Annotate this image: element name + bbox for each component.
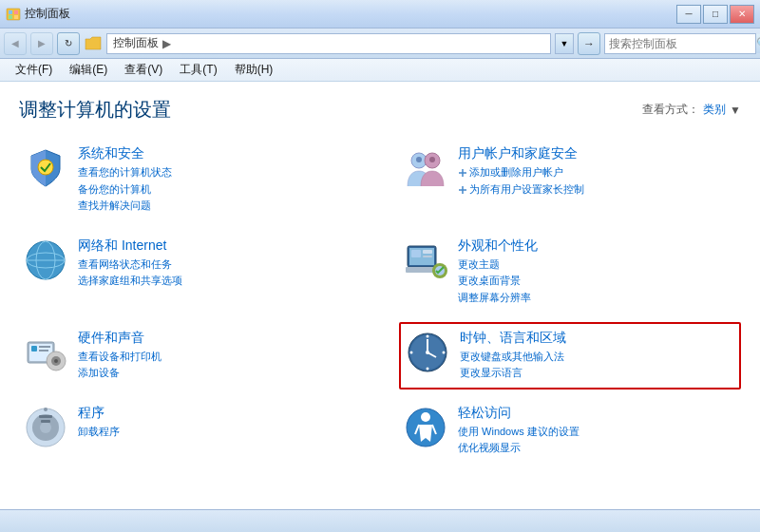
user-accounts-links: 添加或删除用户帐户 为所有用户设置家长控制 — [458, 164, 737, 198]
status-bar — [0, 509, 760, 532]
folder-icon — [84, 34, 103, 53]
svg-rect-4 — [14, 15, 18, 19]
section-accessibility: 轻松访问 使用 Windows 建议的设置 优化视频显示 — [399, 397, 741, 465]
go-button[interactable]: → — [578, 32, 600, 55]
svg-point-8 — [416, 157, 422, 162]
appearance-links: 更改主题 更改桌面背景 调整屏幕分辨率 — [458, 256, 737, 307]
page-header: 调整计算机的设置 查看方式： 类别 ▼ — [19, 97, 741, 123]
minimize-button[interactable]: ─ — [676, 5, 701, 24]
link-keyboard-input[interactable]: 更改键盘或其他输入法 — [460, 349, 735, 366]
link-uninstall[interactable]: 卸载程序 — [78, 424, 357, 441]
network-title[interactable]: 网络和 Internet — [78, 238, 357, 255]
system-security-icon — [23, 145, 68, 191]
items-grid: 系统和安全 查看您的计算机状态 备份您的计算机 查找并解决问题 — [19, 138, 741, 465]
link-backup[interactable]: 备份您的计算机 — [78, 181, 357, 199]
svg-point-42 — [44, 408, 48, 411]
svg-rect-28 — [39, 346, 50, 348]
title-bar-text: 控制面板 — [25, 6, 70, 22]
section-programs: 程序 卸载程序 — [19, 397, 361, 465]
network-links: 查看网络状态和任务 选择家庭组和共享选项 — [78, 256, 357, 290]
title-bar-left: 控制面板 — [6, 6, 70, 22]
forward-button[interactable]: ▶ — [30, 32, 53, 55]
view-mode-link[interactable]: 类别 — [703, 102, 726, 118]
link-change-theme[interactable]: 更改主题 — [458, 256, 737, 274]
user-accounts-title[interactable]: 用户帐户和家庭安全 — [458, 145, 737, 162]
hardware-links: 查看设备和打印机 添加设备 — [78, 349, 357, 382]
back-button[interactable]: ◀ — [4, 32, 27, 55]
menu-file[interactable]: 文件(F) — [8, 60, 60, 80]
hardware-icon — [23, 330, 68, 375]
page-title: 调整计算机的设置 — [19, 97, 171, 123]
search-input[interactable] — [605, 37, 755, 50]
close-button[interactable]: ✕ — [730, 5, 754, 24]
section-network: 网络和 Internet 查看网络状态和任务 选择家庭组和共享选项 — [19, 230, 361, 314]
address-path[interactable]: 控制面板 ▶ — [106, 33, 551, 54]
link-add-device[interactable]: 添加设备 — [78, 365, 357, 382]
menu-tools[interactable]: 工具(T) — [172, 60, 224, 80]
clock-language-links: 更改键盘或其他输入法 更改显示语言 — [460, 349, 735, 382]
svg-point-37 — [410, 351, 413, 353]
section-appearance: 外观和个性化 更改主题 更改桌面背景 调整屏幕分辨率 — [399, 230, 741, 314]
svg-rect-43 — [39, 415, 52, 418]
appearance-title[interactable]: 外观和个性化 — [458, 238, 737, 255]
title-bar-controls: ─ □ ✕ — [676, 5, 754, 24]
hardware-text: 硬件和声音 查看设备和打印机 添加设备 — [78, 330, 357, 382]
link-check-status[interactable]: 查看您的计算机状态 — [78, 164, 357, 181]
appearance-icon — [403, 238, 448, 283]
svg-rect-16 — [411, 250, 421, 257]
programs-icon — [23, 405, 68, 450]
address-dropdown-button[interactable]: ▼ — [555, 33, 574, 54]
search-button[interactable]: 🔍 — [755, 34, 760, 53]
network-text: 网络和 Internet 查看网络状态和任务 选择家庭组和共享选项 — [78, 238, 357, 290]
clock-language-text: 时钟、语言和区域 更改键盘或其他输入法 更改显示语言 — [460, 330, 735, 382]
system-security-links: 查看您的计算机状态 备份您的计算机 查找并解决问题 — [78, 164, 357, 215]
link-troubleshoot[interactable]: 查找并解决问题 — [78, 198, 357, 215]
menu-view[interactable]: 查看(V) — [117, 60, 170, 80]
link-optimize-video[interactable]: 优化视频显示 — [458, 440, 737, 457]
link-network-status[interactable]: 查看网络状态和任务 — [78, 256, 357, 274]
system-security-title[interactable]: 系统和安全 — [78, 145, 357, 162]
refresh-button[interactable]: ↻ — [57, 32, 80, 55]
svg-rect-3 — [9, 15, 12, 19]
accessibility-title[interactable]: 轻松访问 — [458, 405, 737, 422]
svg-rect-1 — [9, 10, 12, 14]
link-homegroup[interactable]: 选择家庭组和共享选项 — [78, 273, 357, 290]
svg-point-46 — [421, 412, 430, 422]
hardware-title[interactable]: 硬件和声音 — [78, 330, 357, 347]
appearance-text: 外观和个性化 更改主题 更改桌面背景 调整屏幕分辨率 — [458, 238, 737, 307]
svg-point-5 — [38, 160, 53, 175]
link-windows-recommend[interactable]: 使用 Windows 建议的设置 — [458, 424, 737, 441]
user-accounts-icon — [403, 145, 448, 191]
svg-rect-2 — [14, 10, 18, 14]
programs-title[interactable]: 程序 — [78, 405, 357, 422]
clock-language-icon — [405, 330, 450, 375]
svg-point-41 — [40, 422, 51, 433]
menu-edit[interactable]: 编辑(E) — [62, 60, 115, 80]
link-add-remove-user[interactable]: 添加或删除用户帐户 — [458, 164, 737, 181]
link-resolution[interactable]: 调整屏幕分辨率 — [458, 290, 737, 307]
accessibility-icon — [403, 405, 448, 450]
svg-point-35 — [427, 334, 429, 337]
link-wallpaper[interactable]: 更改桌面背景 — [458, 273, 737, 290]
window-icon — [6, 7, 21, 22]
programs-links: 卸载程序 — [78, 424, 357, 441]
svg-point-38 — [443, 351, 446, 353]
svg-point-36 — [427, 367, 429, 370]
clock-language-title[interactable]: 时钟、语言和区域 — [460, 330, 735, 347]
system-security-text: 系统和安全 查看您的计算机状态 备份您的计算机 查找并解决问题 — [78, 145, 357, 215]
maximize-button[interactable]: □ — [703, 5, 728, 24]
link-parental-control[interactable]: 为所有用户设置家长控制 — [458, 181, 737, 199]
link-display-language[interactable]: 更改显示语言 — [460, 365, 735, 382]
menu-help[interactable]: 帮助(H) — [227, 60, 281, 80]
section-system-security: 系统和安全 查看您的计算机状态 备份您的计算机 查找并解决问题 — [19, 138, 361, 222]
link-devices[interactable]: 查看设备和打印机 — [78, 349, 357, 366]
accessibility-links: 使用 Windows 建议的设置 优化视频显示 — [458, 424, 737, 457]
svg-point-26 — [54, 359, 58, 363]
view-mode: 查看方式： 类别 ▼ — [642, 102, 741, 118]
svg-rect-17 — [423, 250, 432, 254]
address-bar: ◀ ▶ ↻ 控制面板 ▶ ▼ → 🔍 — [0, 28, 760, 59]
network-icon — [23, 238, 68, 283]
svg-rect-29 — [39, 350, 48, 352]
user-accounts-text: 用户帐户和家庭安全 添加或删除用户帐户 为所有用户设置家长控制 — [458, 145, 737, 198]
title-bar: 控制面板 ─ □ ✕ — [0, 0, 760, 28]
